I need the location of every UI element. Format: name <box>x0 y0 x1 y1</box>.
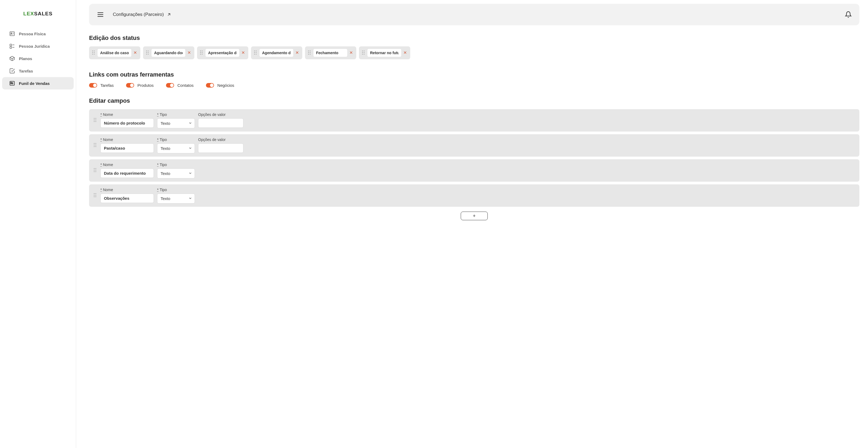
toggle-row: TarefasProdutosContatosNegócios <box>89 83 859 88</box>
drag-handle-icon[interactable] <box>93 143 97 148</box>
toggle-switch[interactable] <box>126 83 134 88</box>
svg-point-84 <box>96 195 96 196</box>
field-options-input[interactable] <box>198 118 243 128</box>
field-row: *Nome*TipoTexto <box>89 184 859 207</box>
svg-rect-9 <box>11 82 12 84</box>
svg-point-41 <box>254 52 255 53</box>
field-options-input[interactable] <box>198 143 243 153</box>
field-name-input[interactable] <box>100 169 154 178</box>
sidebar-item-label: Pessoa Física <box>19 32 45 36</box>
svg-point-34 <box>202 52 203 53</box>
drag-handle-icon[interactable] <box>93 118 97 123</box>
svg-point-64 <box>96 118 96 119</box>
field-type-select[interactable]: Texto <box>157 194 195 204</box>
svg-point-77 <box>94 170 95 171</box>
field-type-select[interactable]: Texto <box>157 169 195 178</box>
status-name-input[interactable] <box>367 48 402 57</box>
svg-point-50 <box>310 52 311 53</box>
drag-handle-icon[interactable] <box>146 50 150 55</box>
svg-rect-5 <box>10 47 11 48</box>
svg-point-79 <box>94 171 95 172</box>
sidebar: LEXSALES Pessoa FísicaPessoa JurídicaPla… <box>0 0 76 448</box>
bell-icon[interactable] <box>845 11 852 18</box>
drag-handle-icon[interactable] <box>93 168 97 173</box>
sidebar-item-pessoa-jurídica[interactable]: Pessoa Jurídica <box>2 40 74 52</box>
sidebar-item-funil-de-vendas[interactable]: Funil de Vendas <box>2 77 74 90</box>
svg-point-23 <box>146 51 147 51</box>
status-name-input[interactable] <box>97 48 132 57</box>
svg-point-57 <box>362 52 363 53</box>
svg-point-24 <box>148 51 149 51</box>
status-name-input[interactable] <box>313 48 348 57</box>
user-card-icon <box>9 31 15 37</box>
field-type-select[interactable]: Texto <box>157 118 195 128</box>
toggle-label: Negócios <box>217 83 234 88</box>
svg-point-86 <box>96 197 96 197</box>
status-name-input[interactable] <box>205 48 240 57</box>
close-icon[interactable] <box>187 51 192 55</box>
close-icon[interactable] <box>403 51 408 55</box>
section-title-fields: Editar campos <box>89 97 859 104</box>
svg-rect-0 <box>10 32 14 36</box>
close-icon[interactable] <box>133 51 138 55</box>
toggle-switch[interactable] <box>166 83 174 88</box>
svg-point-83 <box>94 195 95 196</box>
logo: LEXSALES <box>0 8 76 28</box>
close-icon[interactable] <box>295 51 300 55</box>
svg-point-67 <box>94 121 95 122</box>
toggle-label: Contatos <box>177 83 193 88</box>
field-name-input[interactable] <box>100 118 154 128</box>
section-title-status: Edição dos status <box>89 35 859 41</box>
field-type-label: *Tipo <box>157 163 195 167</box>
status-name-input[interactable] <box>151 48 186 57</box>
sidebar-item-tarefas[interactable]: Tarefas <box>2 65 74 77</box>
field-type-select[interactable]: Texto <box>157 143 195 153</box>
toggle-group-contatos: Contatos <box>166 83 193 88</box>
field-name-input[interactable] <box>100 194 154 203</box>
external-link-icon[interactable] <box>166 12 172 17</box>
svg-point-48 <box>310 51 311 51</box>
svg-point-43 <box>254 54 255 55</box>
field-row: *Nome*TipoTexto <box>89 159 859 182</box>
field-row: *Nome*TipoTextoOpções de valor <box>89 134 859 157</box>
status-pill <box>197 46 248 59</box>
sidebar-item-planos[interactable]: Planos <box>2 52 74 65</box>
status-row <box>89 46 859 59</box>
drag-handle-icon[interactable] <box>92 50 96 55</box>
svg-point-76 <box>96 168 96 169</box>
drag-handle-icon[interactable] <box>362 50 366 55</box>
toggle-group-negócios: Negócios <box>206 83 234 88</box>
drag-handle-icon[interactable] <box>254 50 257 55</box>
svg-point-40 <box>256 51 257 51</box>
field-name-input[interactable] <box>100 143 154 153</box>
status-name-input[interactable] <box>259 48 293 57</box>
topbar: Configurações (Parceiro) <box>89 4 859 25</box>
svg-point-42 <box>256 52 257 53</box>
toggle-label: Tarefas <box>100 83 114 88</box>
svg-rect-4 <box>10 44 11 46</box>
svg-point-85 <box>94 197 95 197</box>
funnel-icon <box>9 80 15 86</box>
box-icon <box>9 56 15 62</box>
close-icon[interactable] <box>349 51 353 55</box>
svg-point-44 <box>256 54 257 55</box>
menu-icon[interactable] <box>97 11 104 18</box>
add-field-button[interactable]: + <box>461 212 488 220</box>
close-icon[interactable] <box>241 51 246 55</box>
field-rows: *Nome*TipoTextoOpções de valor*Nome*Tipo… <box>89 109 859 207</box>
svg-point-17 <box>92 52 93 53</box>
toggle-label: Produtos <box>137 83 154 88</box>
svg-point-69 <box>94 143 95 144</box>
svg-point-82 <box>96 193 96 194</box>
drag-handle-icon[interactable] <box>93 193 97 198</box>
status-pill <box>89 46 141 59</box>
sidebar-item-label: Planos <box>19 56 32 61</box>
toggle-switch[interactable] <box>206 83 214 88</box>
drag-handle-icon[interactable] <box>200 50 204 55</box>
svg-point-80 <box>96 171 96 172</box>
svg-point-63 <box>94 118 95 119</box>
toggle-switch[interactable] <box>89 83 97 88</box>
sidebar-item-pessoa-física[interactable]: Pessoa Física <box>2 28 74 40</box>
drag-handle-icon[interactable] <box>308 50 311 55</box>
svg-point-20 <box>94 54 95 55</box>
